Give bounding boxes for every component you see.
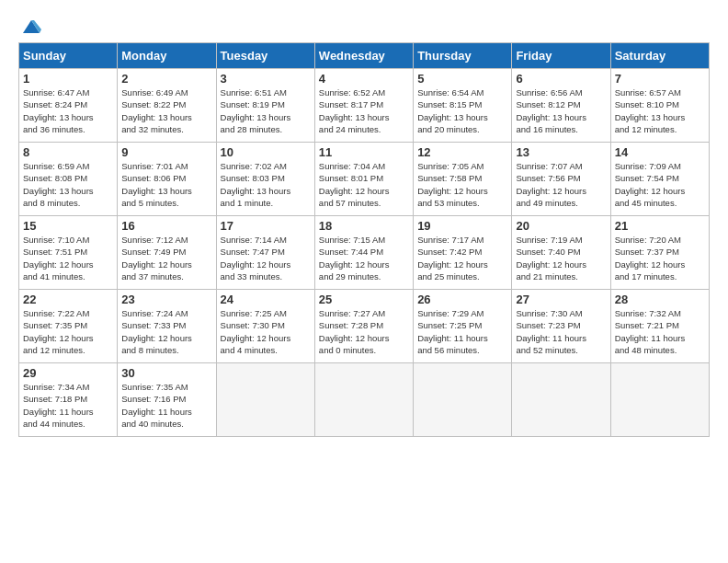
day-number: 30 [121,366,211,380]
day-number: 9 [121,145,211,159]
day-number: 26 [417,293,507,306]
calendar-week-5: 29Sunrise: 7:34 AM Sunset: 7:18 PM Dayli… [19,363,710,437]
header [18,15,710,37]
day-info: Sunrise: 7:25 AM Sunset: 7:30 PM Dayligh… [221,307,311,356]
calendar-cell: 21Sunrise: 7:20 AM Sunset: 7:37 PM Dayli… [610,216,709,290]
day-number: 8 [23,145,113,159]
day-number: 21 [615,219,705,233]
calendar-cell: 1Sunrise: 6:47 AM Sunset: 8:24 PM Daylig… [19,69,118,143]
day-number: 5 [417,72,507,86]
day-info: Sunrise: 7:02 AM Sunset: 8:03 PM Dayligh… [221,160,311,209]
calendar-cell: 28Sunrise: 7:32 AM Sunset: 7:21 PM Dayli… [610,290,709,363]
day-info: Sunrise: 7:17 AM Sunset: 7:42 PM Dayligh… [417,234,507,282]
calendar-cell: 25Sunrise: 7:27 AM Sunset: 7:28 PM Dayli… [314,290,413,363]
day-info: Sunrise: 6:52 AM Sunset: 8:17 PM Dayligh… [319,86,409,135]
calendar-body: 1Sunrise: 6:47 AM Sunset: 8:24 PM Daylig… [19,69,710,437]
calendar-cell: 30Sunrise: 7:35 AM Sunset: 7:16 PM Dayli… [118,363,216,437]
day-info: Sunrise: 7:15 AM Sunset: 7:44 PM Dayligh… [319,234,409,282]
calendar-cell: 13Sunrise: 7:07 AM Sunset: 7:56 PM Dayli… [512,143,610,216]
calendar-cell: 18Sunrise: 7:15 AM Sunset: 7:44 PM Dayli… [314,216,413,290]
day-number: 4 [319,72,409,86]
day-info: Sunrise: 6:51 AM Sunset: 8:19 PM Dayligh… [221,86,311,135]
day-number: 29 [23,366,113,380]
calendar-cell: 22Sunrise: 7:22 AM Sunset: 7:35 PM Dayli… [19,290,118,363]
day-number: 1 [23,72,113,86]
day-info: Sunrise: 7:09 AM Sunset: 7:54 PM Dayligh… [615,160,705,209]
calendar-header-row: SundayMondayTuesdayWednesdayThursdayFrid… [19,43,710,69]
day-number: 23 [121,293,211,306]
calendar-cell: 15Sunrise: 7:10 AM Sunset: 7:51 PM Dayli… [19,216,118,290]
calendar-cell: 4Sunrise: 6:52 AM Sunset: 8:17 PM Daylig… [314,69,413,143]
header-day-tuesday: Tuesday [216,43,314,69]
calendar-cell: 16Sunrise: 7:12 AM Sunset: 7:49 PM Dayli… [118,216,216,290]
day-number: 27 [516,293,606,306]
day-number: 6 [516,72,606,86]
calendar-cell: 27Sunrise: 7:30 AM Sunset: 7:23 PM Dayli… [512,290,610,363]
day-info: Sunrise: 7:14 AM Sunset: 7:47 PM Dayligh… [221,234,311,282]
calendar-cell: 12Sunrise: 7:05 AM Sunset: 7:58 PM Dayli… [414,143,512,216]
calendar-cell: 19Sunrise: 7:17 AM Sunset: 7:42 PM Dayli… [414,216,512,290]
day-number: 10 [221,145,311,159]
day-info: Sunrise: 7:01 AM Sunset: 8:06 PM Dayligh… [121,160,211,209]
day-number: 11 [319,145,409,159]
calendar-cell [314,363,413,437]
day-info: Sunrise: 7:34 AM Sunset: 7:18 PM Dayligh… [23,381,113,430]
day-info: Sunrise: 7:10 AM Sunset: 7:51 PM Dayligh… [23,234,113,282]
day-info: Sunrise: 6:47 AM Sunset: 8:24 PM Dayligh… [23,86,113,135]
day-info: Sunrise: 7:30 AM Sunset: 7:23 PM Dayligh… [516,307,606,356]
day-info: Sunrise: 7:29 AM Sunset: 7:25 PM Dayligh… [417,307,507,356]
logo [18,18,41,37]
calendar-cell: 9Sunrise: 7:01 AM Sunset: 8:06 PM Daylig… [118,143,216,216]
day-info: Sunrise: 7:04 AM Sunset: 8:01 PM Dayligh… [319,160,409,209]
calendar-cell: 24Sunrise: 7:25 AM Sunset: 7:30 PM Dayli… [216,290,314,363]
day-info: Sunrise: 7:07 AM Sunset: 7:56 PM Dayligh… [516,160,606,209]
calendar-cell: 10Sunrise: 7:02 AM Sunset: 8:03 PM Dayli… [216,143,314,216]
calendar-cell: 3Sunrise: 6:51 AM Sunset: 8:19 PM Daylig… [216,69,314,143]
day-info: Sunrise: 6:59 AM Sunset: 8:08 PM Dayligh… [23,160,113,209]
day-info: Sunrise: 7:12 AM Sunset: 7:49 PM Dayligh… [121,234,211,282]
day-number: 22 [23,293,113,306]
calendar-cell: 7Sunrise: 6:57 AM Sunset: 8:10 PM Daylig… [610,69,709,143]
header-day-wednesday: Wednesday [314,43,413,69]
calendar-cell: 17Sunrise: 7:14 AM Sunset: 7:47 PM Dayli… [216,216,314,290]
day-info: Sunrise: 6:54 AM Sunset: 8:15 PM Dayligh… [417,86,507,135]
day-number: 20 [516,219,606,233]
day-info: Sunrise: 6:56 AM Sunset: 8:12 PM Dayligh… [516,86,606,135]
day-number: 12 [417,145,507,159]
calendar-week-3: 15Sunrise: 7:10 AM Sunset: 7:51 PM Dayli… [19,216,710,290]
calendar-cell: 29Sunrise: 7:34 AM Sunset: 7:18 PM Dayli… [19,363,118,437]
logo-icon [21,17,41,37]
day-info: Sunrise: 7:32 AM Sunset: 7:21 PM Dayligh… [615,307,705,356]
day-info: Sunrise: 7:19 AM Sunset: 7:40 PM Dayligh… [516,234,606,282]
calendar-week-4: 22Sunrise: 7:22 AM Sunset: 7:35 PM Dayli… [19,290,710,363]
calendar-cell [610,363,709,437]
header-day-sunday: Sunday [19,43,118,69]
day-info: Sunrise: 6:49 AM Sunset: 8:22 PM Dayligh… [121,86,211,135]
calendar-week-1: 1Sunrise: 6:47 AM Sunset: 8:24 PM Daylig… [19,69,710,143]
calendar-cell: 8Sunrise: 6:59 AM Sunset: 8:08 PM Daylig… [19,143,118,216]
day-number: 7 [615,72,705,86]
calendar-cell [216,363,314,437]
calendar-cell [414,363,512,437]
calendar-cell: 20Sunrise: 7:19 AM Sunset: 7:40 PM Dayli… [512,216,610,290]
day-info: Sunrise: 7:24 AM Sunset: 7:33 PM Dayligh… [121,307,211,356]
day-number: 17 [221,219,311,233]
day-number: 14 [615,145,705,159]
day-info: Sunrise: 6:57 AM Sunset: 8:10 PM Dayligh… [615,86,705,135]
day-number: 2 [121,72,211,86]
calendar-cell: 5Sunrise: 6:54 AM Sunset: 8:15 PM Daylig… [414,69,512,143]
day-number: 15 [23,219,113,233]
header-day-monday: Monday [118,43,216,69]
day-info: Sunrise: 7:35 AM Sunset: 7:16 PM Dayligh… [121,381,211,430]
day-number: 28 [615,293,705,306]
calendar-cell: 2Sunrise: 6:49 AM Sunset: 8:22 PM Daylig… [118,69,216,143]
header-day-saturday: Saturday [610,43,709,69]
day-number: 25 [319,293,409,306]
day-info: Sunrise: 7:20 AM Sunset: 7:37 PM Dayligh… [615,234,705,282]
calendar-cell: 26Sunrise: 7:29 AM Sunset: 7:25 PM Dayli… [414,290,512,363]
day-number: 13 [516,145,606,159]
day-number: 3 [221,72,311,86]
day-info: Sunrise: 7:27 AM Sunset: 7:28 PM Dayligh… [319,307,409,356]
calendar-cell: 23Sunrise: 7:24 AM Sunset: 7:33 PM Dayli… [118,290,216,363]
calendar: SundayMondayTuesdayWednesdayThursdayFrid… [18,42,710,437]
